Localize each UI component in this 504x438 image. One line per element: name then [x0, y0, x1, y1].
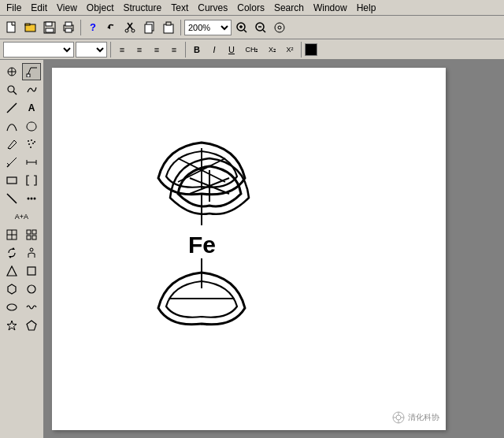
- svg-rect-53: [27, 230, 31, 234]
- tool-row-9: A+A: [2, 208, 42, 225]
- canvas-area: Fe: [44, 60, 504, 438]
- lasso-tool[interactable]: [22, 117, 41, 135]
- subscript-x-button[interactable]: X₂: [265, 42, 280, 58]
- font-size-select[interactable]: [76, 42, 107, 58]
- font-select[interactable]: [3, 42, 74, 58]
- separator-5: [301, 42, 302, 58]
- spray-tool[interactable]: [22, 135, 41, 153]
- svg-rect-61: [28, 267, 35, 275]
- menu-text[interactable]: Text: [166, 1, 193, 15]
- bracket-tool[interactable]: [22, 172, 41, 189]
- bold-button[interactable]: B: [189, 42, 205, 58]
- zoom-in-button[interactable]: [233, 19, 250, 36]
- svg-marker-62: [8, 284, 16, 294]
- tool-row-3: A: [2, 99, 41, 117]
- measure-tool[interactable]: [2, 154, 21, 171]
- help-button[interactable]: ?: [84, 19, 102, 36]
- paste-button[interactable]: [160, 19, 177, 36]
- circle-tool[interactable]: [22, 280, 41, 298]
- fit-button[interactable]: [271, 19, 288, 36]
- rect-tool[interactable]: [2, 172, 21, 189]
- freehand-tool[interactable]: [22, 81, 41, 98]
- save-button[interactable]: [41, 19, 58, 36]
- node-tool[interactable]: [22, 63, 41, 80]
- pentagon-tool[interactable]: [22, 317, 41, 334]
- menu-file[interactable]: File: [2, 1, 26, 15]
- canvas-paper[interactable]: Fe: [52, 68, 446, 430]
- print-button[interactable]: [60, 19, 77, 36]
- person-tool[interactable]: [22, 244, 41, 262]
- zoom-tool[interactable]: [2, 81, 21, 98]
- separator-3: [110, 42, 111, 58]
- svg-point-34: [31, 139, 32, 141]
- tool-row-5: [2, 135, 41, 153]
- new-button[interactable]: [3, 19, 20, 36]
- menu-help[interactable]: Help: [352, 1, 381, 15]
- color-swatch[interactable]: [305, 43, 317, 56]
- svg-line-19: [244, 30, 246, 32]
- bezier-tool[interactable]: [2, 117, 21, 135]
- svg-rect-15: [166, 22, 171, 25]
- superscript-x-button[interactable]: X²: [282, 42, 298, 58]
- menu-curves[interactable]: Curves: [193, 1, 232, 15]
- align-justify-button[interactable]: ≡: [166, 42, 182, 58]
- align-right-button[interactable]: ≡: [149, 42, 165, 58]
- svg-point-33: [28, 140, 29, 142]
- svg-point-10: [125, 29, 128, 32]
- align-left-button[interactable]: ≡: [114, 42, 130, 58]
- subscript-ch2-button[interactable]: CH₂: [241, 42, 263, 58]
- triangle-tool[interactable]: [2, 262, 21, 280]
- copy-button[interactable]: [141, 19, 158, 36]
- menu-window[interactable]: Window: [309, 1, 352, 15]
- svg-rect-5: [46, 28, 54, 32]
- square-tool[interactable]: [22, 262, 41, 280]
- dots-tool[interactable]: [22, 190, 41, 207]
- watermark-icon: [392, 411, 405, 424]
- grid-tool[interactable]: [22, 226, 41, 243]
- svg-rect-55: [27, 236, 31, 239]
- diagonal-tool[interactable]: [2, 190, 21, 207]
- svg-point-36: [28, 143, 30, 145]
- svg-rect-0: [7, 22, 15, 32]
- svg-point-59: [30, 248, 33, 251]
- table-tool[interactable]: [2, 226, 21, 243]
- menu-search[interactable]: Search: [269, 1, 309, 15]
- zoom-out-button[interactable]: [252, 19, 269, 36]
- svg-line-30: [13, 91, 17, 95]
- menu-object[interactable]: Object: [82, 1, 119, 15]
- rotate-tool[interactable]: [2, 244, 21, 262]
- svg-rect-56: [32, 236, 36, 239]
- svg-rect-13: [145, 24, 152, 33]
- svg-point-47: [28, 198, 30, 200]
- align-center-button[interactable]: ≡: [132, 42, 147, 58]
- wave-tool[interactable]: [22, 299, 41, 316]
- hexagon-tool[interactable]: [2, 280, 21, 298]
- watermark: 清化科协: [392, 411, 439, 424]
- menu-view[interactable]: View: [52, 1, 82, 15]
- underline-button[interactable]: U: [224, 42, 239, 58]
- pencil-tool[interactable]: [2, 135, 21, 153]
- dimension-tool[interactable]: [22, 154, 41, 171]
- separator-4: [185, 42, 186, 58]
- svg-point-38: [30, 147, 32, 148]
- text-toolbar: ≡ ≡ ≡ ≡ B I U CH₂ X₂ X²: [0, 39, 504, 60]
- cut-button[interactable]: [122, 19, 139, 36]
- menu-structure[interactable]: Structure: [119, 1, 167, 15]
- star-tool[interactable]: [2, 317, 21, 334]
- menu-colors[interactable]: Colors: [232, 1, 269, 15]
- select-tool[interactable]: [2, 63, 21, 80]
- tool-row-10: [2, 226, 41, 243]
- text-tool[interactable]: A: [22, 99, 41, 117]
- tool-row-12: [2, 262, 41, 280]
- undo-button[interactable]: [103, 19, 120, 36]
- text-aa-tool[interactable]: A+A: [2, 208, 42, 225]
- ellipse-tool[interactable]: [2, 299, 21, 316]
- svg-rect-8: [65, 28, 72, 32]
- tool-row-11: [2, 244, 41, 262]
- italic-button[interactable]: I: [206, 42, 222, 58]
- menu-edit[interactable]: Edit: [26, 1, 52, 15]
- line-tool[interactable]: [2, 99, 21, 117]
- open-button[interactable]: [22, 19, 39, 36]
- svg-rect-28: [27, 74, 30, 77]
- zoom-select[interactable]: 200% 100% 150% 50%: [184, 20, 232, 35]
